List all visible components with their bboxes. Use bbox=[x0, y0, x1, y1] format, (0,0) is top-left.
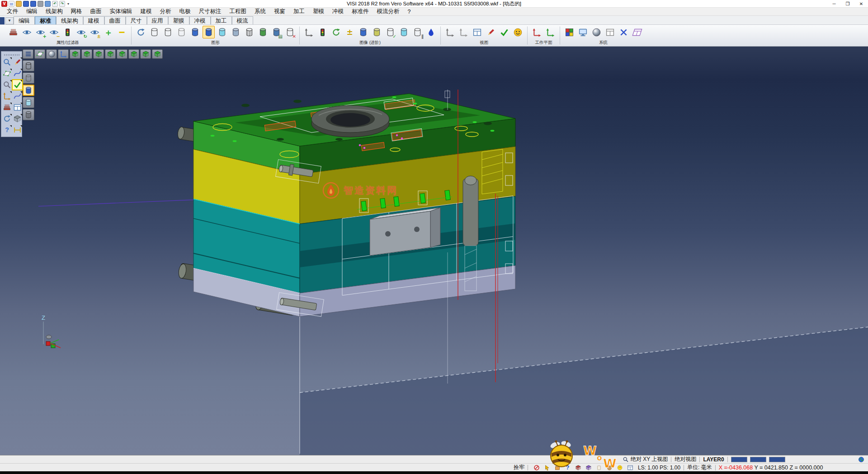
show-add-icon[interactable]: + bbox=[34, 26, 47, 38]
show-all-icon[interactable]: ＋ bbox=[102, 26, 114, 38]
hatched-cylinder-icon[interactable] bbox=[243, 26, 255, 38]
measure-distance-icon[interactable] bbox=[13, 125, 22, 135]
render-sphere-icon[interactable] bbox=[46, 49, 57, 59]
dashed-cylinder-icon[interactable] bbox=[175, 26, 188, 38]
plus-minus-icon[interactable]: ± bbox=[344, 26, 356, 38]
layer-color-swatch[interactable] bbox=[731, 457, 747, 462]
transparent-cylinder-icon[interactable] bbox=[216, 26, 228, 38]
solid-blue-cylinder-icon[interactable] bbox=[357, 26, 369, 38]
menu-item-solid-edit[interactable]: 实体编辑 bbox=[106, 8, 137, 15]
window-grid-icon[interactable] bbox=[13, 103, 22, 112]
report-cylinder-icon[interactable]: ▤ bbox=[270, 26, 283, 38]
layer-color-swatch[interactable] bbox=[750, 457, 766, 462]
confirm-check-icon[interactable] bbox=[13, 80, 22, 90]
print-preview-icon[interactable] bbox=[45, 1, 51, 7]
view-cube-iso3-icon[interactable] bbox=[152, 49, 163, 59]
menu-item-edit[interactable]: 编辑 bbox=[22, 8, 42, 15]
solid-cube-icon[interactable] bbox=[13, 114, 22, 123]
filter-traffic-icon[interactable] bbox=[61, 26, 74, 38]
tab-edit[interactable]: 编辑 bbox=[14, 16, 35, 24]
ghost-cylinder-icon[interactable] bbox=[230, 26, 242, 38]
undo-icon[interactable]: ↶ bbox=[52, 1, 58, 7]
tab-dimension[interactable]: 尺寸 bbox=[126, 16, 147, 24]
shaded-cylinder-icon[interactable] bbox=[189, 26, 201, 38]
axis-display-icon[interactable] bbox=[303, 26, 315, 38]
shaded-selected-cylinder-icon[interactable] bbox=[203, 26, 215, 38]
menu-item-machining[interactable]: 加工 bbox=[289, 8, 309, 15]
monitor-icon[interactable] bbox=[577, 26, 589, 38]
zoom-search-icon[interactable] bbox=[2, 57, 12, 67]
tab-modeling[interactable]: 建模 bbox=[83, 16, 104, 24]
render-smiley-icon[interactable] bbox=[512, 26, 524, 38]
app-logo-icon[interactable]: V bbox=[1, 1, 7, 7]
tab-die[interactable]: 冲模 bbox=[189, 16, 211, 24]
minimize-button[interactable]: ─ bbox=[827, 0, 841, 7]
move-axis-icon[interactable] bbox=[2, 91, 12, 101]
axis-orient-icon[interactable] bbox=[58, 49, 69, 59]
attribute-books-icon[interactable] bbox=[2, 103, 12, 112]
annotate-pencil-icon[interactable] bbox=[485, 26, 497, 38]
menu-item-electrode[interactable]: 电极 bbox=[175, 8, 195, 15]
spline-edit-icon[interactable] bbox=[13, 91, 22, 101]
transparent-cylinder-icon[interactable] bbox=[23, 97, 34, 108]
save-icon[interactable] bbox=[23, 1, 29, 7]
tabbar-dropdown-icon[interactable]: ▼ bbox=[5, 17, 14, 24]
tab-molding[interactable]: 塑膜 bbox=[168, 16, 189, 24]
active-layer-indicator[interactable]: LAYER0 bbox=[703, 456, 724, 463]
lock-toggle[interactable]: 拴牢 bbox=[514, 464, 524, 471]
view-cube-front-icon[interactable] bbox=[81, 49, 92, 59]
maximize-button[interactable]: ❐ bbox=[841, 0, 854, 7]
shaded-cylinder-icon[interactable] bbox=[23, 85, 34, 96]
menu-item-system[interactable]: 系统 bbox=[250, 8, 270, 15]
wireframe-cylinder-icon[interactable] bbox=[148, 26, 160, 38]
isometric-grid-icon[interactable] bbox=[631, 26, 643, 38]
view-cube-top-icon[interactable] bbox=[70, 49, 80, 59]
workplane-edit-icon[interactable] bbox=[531, 26, 543, 38]
delete-cylinder-icon[interactable]: ✕ bbox=[284, 26, 296, 38]
menu-item-mesh[interactable]: 网格 bbox=[67, 8, 86, 15]
view-reference-indicator[interactable]: 绝对视图 bbox=[675, 455, 696, 463]
zoom-dynamic-icon[interactable] bbox=[2, 80, 12, 90]
menu-item-modeling[interactable]: 建模 bbox=[137, 8, 156, 15]
tab-standard[interactable]: 标准 bbox=[35, 16, 56, 24]
menu-item-die[interactable]: 冲模 bbox=[328, 8, 348, 15]
plane-select-icon[interactable] bbox=[2, 69, 12, 78]
menu-item-moldflow[interactable]: 模流分析 bbox=[373, 8, 404, 15]
view-cube-right-icon[interactable] bbox=[105, 49, 116, 59]
units-indicator[interactable]: 单位: 毫米 bbox=[687, 464, 712, 471]
material-drop-icon[interactable] bbox=[425, 26, 437, 38]
validate-check-icon[interactable] bbox=[498, 26, 510, 38]
menu-item-mold[interactable]: 塑模 bbox=[309, 8, 328, 15]
hide-all-icon[interactable]: ━ bbox=[116, 26, 128, 38]
refresh-graphics-icon[interactable] bbox=[135, 26, 147, 38]
tab-moldflow[interactable]: 模流 bbox=[232, 16, 253, 24]
view-manipulate-icon[interactable] bbox=[444, 26, 456, 38]
view-cube-left-icon[interactable] bbox=[93, 49, 104, 59]
workplane-select-icon[interactable] bbox=[34, 49, 45, 59]
view-cube-iso1-icon[interactable] bbox=[128, 49, 139, 59]
refresh-view-icon[interactable] bbox=[2, 114, 12, 123]
viewport-canvas[interactable]: 智造资料网 Z bbox=[0, 47, 868, 455]
menu-item-wireframe[interactable]: 线架构 bbox=[42, 8, 67, 15]
redo-icon[interactable]: ↷ bbox=[59, 1, 65, 7]
print-icon[interactable] bbox=[38, 1, 43, 7]
menu-item-file[interactable]: 文件 bbox=[3, 8, 22, 15]
menu-item-surface[interactable]: 曲面 bbox=[86, 8, 106, 15]
solid-olive-cylinder-icon[interactable] bbox=[371, 26, 383, 38]
view-menu-icon[interactable] bbox=[23, 49, 33, 59]
view-document-icon[interactable] bbox=[21, 26, 33, 38]
hatched-cylinder-icon[interactable] bbox=[23, 109, 34, 120]
wireframe-cylinder-icon[interactable] bbox=[23, 60, 34, 71]
qat-dropdown-icon[interactable]: ▾ bbox=[67, 2, 69, 6]
hidden-line-cylinder-icon[interactable] bbox=[23, 72, 34, 84]
transparent-cyan-cylinder-icon[interactable] bbox=[398, 26, 410, 38]
globe-icon[interactable] bbox=[857, 456, 865, 463]
open-file-icon[interactable] bbox=[16, 1, 22, 7]
view-grid-zoom-icon[interactable] bbox=[471, 26, 483, 38]
snap-disable-icon[interactable] bbox=[533, 464, 540, 471]
clip-cylinder-icon[interactable]: ∥ bbox=[411, 26, 424, 38]
close-button[interactable]: ✕ bbox=[854, 0, 868, 7]
tab-machining[interactable]: 加工 bbox=[211, 16, 232, 24]
layer-color-swatch[interactable] bbox=[769, 457, 785, 462]
menu-item-dimension[interactable]: 尺寸标注 bbox=[195, 8, 226, 15]
